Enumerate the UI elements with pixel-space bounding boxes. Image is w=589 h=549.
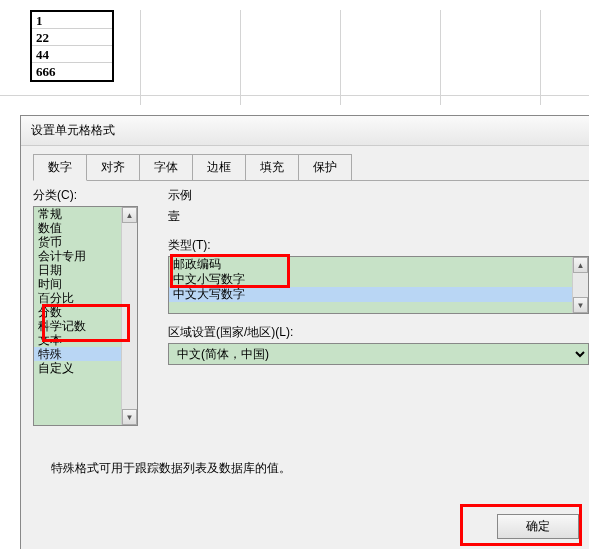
sample-value: 壹 bbox=[168, 206, 589, 227]
scroll-down-icon[interactable]: ▼ bbox=[573, 297, 588, 313]
dialog-title: 设置单元格格式 bbox=[31, 123, 115, 137]
cell[interactable]: 44 bbox=[32, 46, 112, 63]
dialog-tabs: 数字 对齐 字体 边框 填充 保护 bbox=[33, 154, 589, 181]
tab-protection[interactable]: 保护 bbox=[298, 154, 352, 180]
format-cells-dialog: 设置单元格格式 数字 对齐 字体 边框 填充 保护 分类(C): 常规 数值 货… bbox=[20, 115, 589, 549]
cell[interactable]: 1 bbox=[32, 12, 112, 29]
cell[interactable]: 666 bbox=[32, 63, 112, 80]
scroll-down-icon[interactable]: ▼ bbox=[122, 409, 137, 425]
type-listbox[interactable]: 邮政编码 中文小写数字 中文大写数字 ▲ ▼ bbox=[168, 256, 589, 314]
type-scrollbar[interactable]: ▲ ▼ bbox=[572, 257, 588, 313]
locale-select[interactable]: 中文(简体，中国) bbox=[168, 343, 589, 365]
type-item-chinese-lower[interactable]: 中文小写数字 bbox=[169, 272, 588, 287]
tab-number[interactable]: 数字 bbox=[33, 154, 87, 181]
type-label: 类型(T): bbox=[168, 237, 589, 254]
tab-alignment[interactable]: 对齐 bbox=[86, 154, 140, 180]
ok-button[interactable]: 确定 bbox=[497, 514, 579, 539]
tab-font[interactable]: 字体 bbox=[139, 154, 193, 180]
sample-label: 示例 bbox=[168, 187, 589, 204]
tab-fill[interactable]: 填充 bbox=[245, 154, 299, 180]
dialog-titlebar[interactable]: 设置单元格格式 bbox=[21, 116, 589, 146]
type-item-postal[interactable]: 邮政编码 bbox=[169, 257, 588, 272]
type-item-chinese-upper[interactable]: 中文大写数字 bbox=[169, 287, 588, 302]
scroll-up-icon[interactable]: ▲ bbox=[122, 207, 137, 223]
help-text: 特殊格式可用于跟踪数据列表及数据库的值。 bbox=[51, 460, 291, 477]
category-label: 分类(C): bbox=[33, 187, 153, 204]
selected-cell-range[interactable]: 1 22 44 666 bbox=[30, 10, 114, 82]
scroll-up-icon[interactable]: ▲ bbox=[573, 257, 588, 273]
category-scrollbar[interactable]: ▲ ▼ bbox=[121, 207, 137, 425]
category-listbox[interactable]: 常规 数值 货币 会计专用 日期 时间 百分比 分数 科学记数 文本 特殊 自定… bbox=[33, 206, 138, 426]
tab-border[interactable]: 边框 bbox=[192, 154, 246, 180]
locale-label: 区域设置(国家/地区)(L): bbox=[168, 324, 589, 341]
cell[interactable]: 22 bbox=[32, 29, 112, 46]
